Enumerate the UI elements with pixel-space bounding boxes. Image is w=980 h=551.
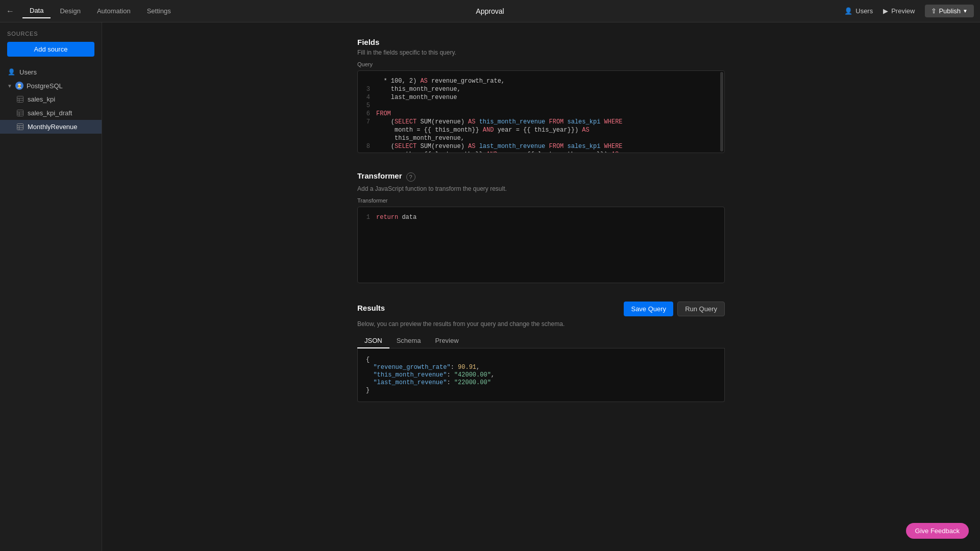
users-label: Users (855, 7, 873, 15)
code-line-7b: month = {{ this_month}} AND year = {{ th… (358, 126, 724, 134)
chevron-down-icon: ▼ (7, 83, 12, 89)
user-icon: 👤 (7, 68, 15, 76)
json-line-0: { (366, 356, 716, 363)
code-line-7c: this_month_revenue, (358, 134, 724, 142)
sales-kpi-draft-label: sales_kpi_draft (28, 109, 72, 117)
preview-button[interactable]: ▶ Preview (883, 7, 915, 15)
svg-rect-0 (17, 96, 23, 103)
fields-description: Fill in the fields specific to this quer… (357, 49, 725, 56)
tab-settings[interactable]: Settings (140, 4, 178, 18)
publish-label: Publish (939, 7, 961, 15)
json-line-2: "this_month_revenue": "42000.00", (366, 371, 716, 379)
fields-section: Fields Fill in the fields specific to th… (357, 38, 725, 153)
code-line-2: * 100, 2) AS revenue_growth_rate, (358, 77, 724, 85)
sidebar: Sources Add source 👤 Users ▼ 👳 PostgreSQ… (0, 22, 102, 551)
sidebar-item-users-label: Users (19, 68, 37, 76)
json-line-4: } (366, 387, 716, 394)
give-feedback-button[interactable]: Give Feedback (906, 523, 969, 539)
preview-icon: ▶ (883, 7, 888, 15)
sources-label: Sources (0, 31, 102, 42)
tab-design[interactable]: Design (53, 4, 87, 18)
sidebar-item-sales-kpi-draft[interactable]: sales_kpi_draft (0, 106, 102, 120)
tab-data[interactable]: Data (22, 4, 51, 18)
code-line-8: 8 (SELECT SUM(revenue) AS last_month_rev… (358, 142, 724, 151)
transformer-description: Add a JavaScript function to transform t… (357, 185, 725, 192)
save-query-button[interactable]: Save Query (624, 302, 673, 316)
table-icon-3 (16, 123, 23, 131)
tab-schema[interactable]: Schema (389, 334, 428, 348)
results-section: Results Save Query Run Query Below, you … (357, 302, 725, 402)
json-line-3: "last_month_revenue": "22000.00" (366, 379, 716, 386)
transformer-section: Transformer ? Add a JavaScript function … (357, 171, 725, 283)
code-line-3: 3 this_month_revenue, (358, 85, 724, 93)
topnav-right: 👤 Users ▶ Preview ⇧ Publish ▼ (844, 5, 974, 17)
code-line-7: 7 (SELECT SUM(revenue) AS this_month_rev… (358, 118, 724, 126)
fields-title: Fields (357, 38, 725, 46)
users-icon: 👤 (844, 7, 852, 15)
transformer-editor[interactable]: 1 return data (357, 207, 725, 283)
results-buttons: Save Query Run Query (624, 302, 725, 316)
transformer-label: Transformer (357, 197, 725, 204)
content-area: Fields Fill in the fields specific to th… (357, 38, 725, 536)
sidebar-item-users[interactable]: 👤 Users (0, 65, 102, 79)
transformer-title: Transformer (357, 171, 402, 180)
chevron-down-icon: ▼ (963, 8, 968, 14)
code-line-4: 4 last_month_revenue (358, 93, 724, 102)
query-label: Query (357, 61, 725, 67)
monthly-revenue-label: MonthlyRevenue (28, 123, 78, 131)
results-title: Results (357, 304, 385, 312)
json-result: { "revenue_growth_rate": 90.91, "this_mo… (357, 348, 725, 402)
main-content: Fields Fill in the fields specific to th… (102, 22, 980, 551)
code-line-6: 6 FROM (358, 110, 724, 118)
sidebar-postgresql-label: PostgreSQL (27, 82, 63, 90)
users-button[interactable]: 👤 Users (844, 7, 873, 15)
back-button[interactable]: ← (6, 7, 14, 16)
tab-automation[interactable]: Automation (90, 4, 138, 18)
tab-preview[interactable]: Preview (428, 334, 465, 348)
table-icon-2 (16, 110, 23, 117)
help-icon[interactable]: ? (406, 172, 415, 182)
top-navigation: ← Data Design Automation Settings Approv… (0, 0, 980, 22)
nav-tabs: Data Design Automation Settings (22, 4, 178, 18)
preview-label: Preview (891, 7, 915, 15)
run-query-button[interactable]: Run Query (677, 302, 725, 316)
tab-json[interactable]: JSON (357, 334, 389, 348)
code-line-8b: month = {{ last_month }} AND year = {{ l… (358, 151, 724, 153)
transformer-code-line: 1 return data (358, 213, 724, 221)
sidebar-item-sales-kpi[interactable]: sales_kpi (0, 92, 102, 106)
sidebar-item-postgresql[interactable]: ▼ 👳 PostgreSQL (0, 79, 102, 92)
results-description: Below, you can preview the results from … (357, 320, 725, 328)
scrollbar[interactable] (720, 72, 723, 152)
svg-rect-8 (17, 124, 23, 130)
json-line-1: "revenue_growth_rate": 90.91, (366, 364, 716, 371)
main-layout: Sources Add source 👤 Users ▼ 👳 PostgreSQ… (0, 22, 980, 551)
table-icon (16, 96, 23, 103)
code-line-5: 5 (358, 102, 724, 110)
page-title: Approval (476, 7, 504, 15)
sales-kpi-label: sales_kpi (28, 95, 55, 103)
svg-rect-4 (17, 110, 23, 116)
publish-icon: ⇧ (931, 7, 937, 15)
result-tabs: JSON Schema Preview (357, 334, 725, 348)
add-source-button[interactable]: Add source (7, 42, 94, 57)
postgresql-icon: 👳 (15, 82, 23, 90)
query-code-content: * 100, 2) AS revenue_growth_rate, 3 this… (358, 71, 724, 153)
publish-button[interactable]: ⇧ Publish ▼ (925, 5, 974, 17)
results-header: Results Save Query Run Query (357, 302, 725, 316)
sidebar-item-monthly-revenue[interactable]: MonthlyRevenue (0, 120, 102, 134)
query-editor[interactable]: * 100, 2) AS revenue_growth_rate, 3 this… (357, 70, 725, 153)
